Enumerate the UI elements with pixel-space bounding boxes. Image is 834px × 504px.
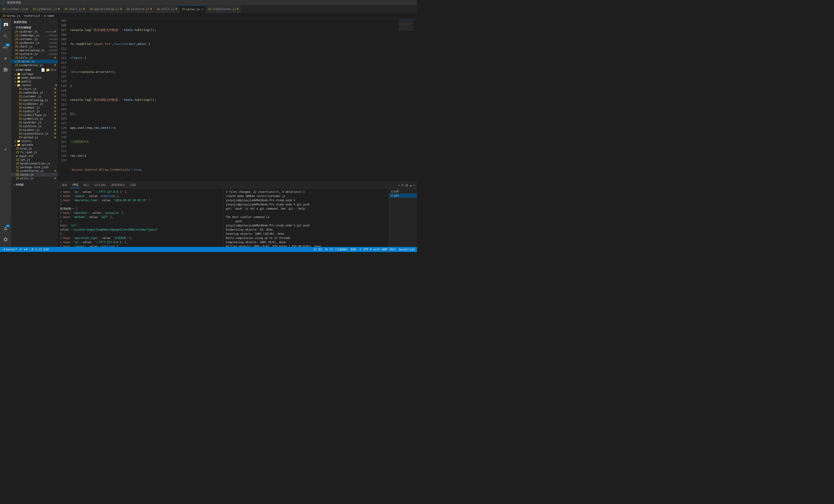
sync-icon[interactable]: ⟳ xyxy=(20,248,22,251)
tab-debug-console[interactable]: 调试控制台 xyxy=(109,182,127,188)
file-sysdict-js[interactable]: JS sysDict.js M xyxy=(11,109,58,113)
activity-search[interactable] xyxy=(0,30,11,42)
activity-remote[interactable] xyxy=(0,144,11,155)
terminal-list-item-zsh2[interactable]: $ zsh xyxy=(389,194,417,198)
file-utils-root[interactable]: JS utils.js M xyxy=(11,177,58,180)
panel-tabs: 输出 终端 端口 GITLENS 调试控制台 问题 + ⧉ 🗑 ▲ ✕ xyxy=(58,182,417,189)
tab-problems[interactable]: 问题 xyxy=(128,182,138,188)
line-ending[interactable]: CRLF xyxy=(389,248,396,251)
tab-output[interactable]: 输出 xyxy=(60,182,70,188)
tab-sysbanner-js[interactable]: JS sysBanner.js M xyxy=(30,5,62,13)
open-editor-item-commonapi[interactable]: JS commonApi.js router xyxy=(11,34,58,37)
file-sysorder-js[interactable]: JS sysOrder.js M xyxy=(11,120,58,124)
terminal-list: $ zsh $ zsh xyxy=(389,189,417,247)
file-mysqlconn-js[interactable]: JS mysqlConnection.js xyxy=(11,162,58,166)
tab-customer-js[interactable]: JS customer.js M xyxy=(0,5,30,13)
open-editor-item-sysorder[interactable]: JS sysOrder.js router M xyxy=(11,30,58,34)
sidebar-title: 资源管理器 ··· xyxy=(11,18,58,25)
editor-content[interactable]: 105 106 107 108 109 110 111 112 113 114 … xyxy=(58,18,417,182)
tab-terminal[interactable]: 终端 xyxy=(70,182,81,188)
terminal-list-item-zsh1[interactable]: $ zsh xyxy=(389,189,417,194)
terminal-right[interactable]: 3 files changed, 22 insertions(+), 4 del… xyxy=(223,189,389,247)
folder-static[interactable]: ▶ 📁 static xyxy=(11,139,58,143)
folder-uploads[interactable]: ▶ 📁 uploads xyxy=(11,143,58,147)
tab-chart-js[interactable]: JS chart.js M xyxy=(62,5,87,13)
tab-operationlog-js[interactable]: JS operationLog.js M xyxy=(87,5,124,13)
file-sysbanner-js[interactable]: JS sysBanner.js M xyxy=(11,102,58,106)
kill-terminal-icon[interactable]: 🗑 xyxy=(405,183,409,187)
tab-serve-js[interactable]: JS serve.js ✕ xyxy=(179,5,205,13)
close-panel-icon[interactable]: ✕ xyxy=(413,183,415,187)
activity-extensions[interactable] xyxy=(0,64,11,75)
file-sysstore-r-js[interactable]: JS sysStore.js M xyxy=(11,124,58,128)
open-editor-item-serve[interactable]: ✕ JS serve.js xyxy=(11,60,58,63)
activity-account[interactable]: 1 xyxy=(0,223,11,234)
js-icon: JS xyxy=(19,113,22,117)
new-file-icon[interactable]: 📄 xyxy=(41,68,45,72)
folder-router[interactable]: ▾ 📂 router M xyxy=(11,83,58,87)
code-content[interactable]: console.log('异步读取文件数据: ' + data.toString… xyxy=(68,18,398,182)
file-sysuserdiary-js[interactable]: JS sysUserDiary.js M xyxy=(11,132,58,135)
js-icon: JS xyxy=(15,64,18,67)
js-icon: JS xyxy=(16,162,19,165)
file-serve-root[interactable]: JS serve.js xyxy=(11,173,58,177)
new-folder-icon[interactable]: 📁 xyxy=(46,68,50,72)
folder-icon: 📁 xyxy=(17,80,21,83)
tab-port[interactable]: 端口 xyxy=(81,182,91,188)
folder-carlmgs[interactable]: ▶ 📁 carlmgs xyxy=(11,72,58,76)
open-editor-item-sysstore[interactable]: JS sysStore.js router xyxy=(11,52,58,56)
file-jwt-js[interactable]: JS jwt.js xyxy=(11,158,58,162)
file-upload-js[interactable]: JS upload.js M xyxy=(11,135,58,139)
folder-public[interactable]: ▶ 📁 public xyxy=(11,80,58,83)
open-editor-item-chart[interactable]: JS chart.js router xyxy=(11,45,58,48)
open-editor-item-scoket[interactable]: JS scoketServe.js M xyxy=(11,63,58,67)
file-packagelock-json[interactable]: {} package-lock.json xyxy=(11,166,58,169)
tab-utils-js[interactable]: JS utils.js M xyxy=(154,5,179,13)
collapse-icon[interactable]: ⊟ xyxy=(54,68,56,72)
file-area-js[interactable]: JS area.js xyxy=(11,147,58,150)
activity-explorer[interactable] xyxy=(0,19,11,30)
tab-gitlens[interactable]: GITLENS xyxy=(92,182,108,188)
refresh-icon[interactable]: ⟳ xyxy=(51,68,53,72)
file-sysuser-js[interactable]: JS sysUser.js M xyxy=(11,128,58,132)
open-editor-item-utils[interactable]: JS utils.js M xyxy=(11,56,58,60)
js-icon: JS xyxy=(19,91,22,94)
file-sysdicttype-js[interactable]: JS sysDictType.js M xyxy=(11,113,58,117)
open-editors-section[interactable]: ▾ 打开的编辑器 xyxy=(11,25,58,30)
folder-node-modules[interactable]: ▶ 📁 node_modules xyxy=(11,76,58,80)
activity-settings[interactable] xyxy=(0,234,11,245)
indentation[interactable]: 空格: 2 xyxy=(350,247,361,251)
open-editor-item-oplog[interactable]: JS operationLog.js router xyxy=(11,48,58,52)
file-scoketserve-root[interactable]: JS scoketServe.js M xyxy=(11,169,58,173)
timeline-section[interactable]: ▶ 时间线 xyxy=(11,182,58,187)
split-terminal-icon[interactable]: ⧉ xyxy=(401,183,404,187)
terminal-left[interactable]: { keys: 'ip', value: '::ffff:127.0.0.1' … xyxy=(58,189,223,247)
file-input-txt[interactable]: ≡ input.txt xyxy=(11,154,58,158)
sidebar: 资源管理器 ··· ▾ 打开的编辑器 JS sysOrder.js router… xyxy=(11,18,58,247)
tab-scoketserve-js[interactable]: JS scoketServe.js M xyxy=(206,5,241,13)
file-commonapi-js[interactable]: JS commonApi.js M xyxy=(11,91,58,94)
close-icon[interactable]: ✕ xyxy=(201,8,203,11)
js-icon: JS xyxy=(19,95,22,98)
activity-run[interactable] xyxy=(0,53,11,64)
git-branch[interactable]: ⎇ master* xyxy=(2,248,18,251)
open-editor-item-sysbanner[interactable]: JS sysBanner.js router xyxy=(11,41,58,45)
file-sysdept-js[interactable]: JS sysDept.js M xyxy=(11,106,58,109)
activity-git[interactable]: 16 xyxy=(0,42,11,53)
encoding[interactable]: UTF-8 with BOM xyxy=(364,248,387,251)
file-customer-js[interactable]: JS customer.js M xyxy=(11,94,58,98)
error-count[interactable]: ⊗ 0 ⚠ 0 xyxy=(24,248,34,251)
file-fsread-js[interactable]: JS fs_read.js xyxy=(11,150,58,154)
file-oplog-js[interactable]: JS operationLog.js M xyxy=(11,98,58,102)
terminal-icon: $ xyxy=(391,190,393,193)
tab-sysstore-js[interactable]: JS sysStore.js M xyxy=(124,5,154,13)
study-node-section[interactable]: ▾ STUDY-NODE 📄 📁 ⟳ ⊟ xyxy=(11,67,58,72)
maximize-panel-icon[interactable]: ▲ xyxy=(410,183,412,187)
file-sysnotice-js[interactable]: JS sysNotice.js M xyxy=(11,117,58,120)
cursor-position[interactable]: 行 82, 列 21 (已选择8) xyxy=(314,247,348,251)
open-editor-item-customer[interactable]: JS customer.js router xyxy=(11,37,58,41)
file-chart-js[interactable]: JS chart.js M xyxy=(11,87,58,91)
js-icon: JS xyxy=(16,173,19,176)
language-mode[interactable]: JavaScript xyxy=(398,248,415,251)
add-terminal-icon[interactable]: + xyxy=(398,183,400,187)
